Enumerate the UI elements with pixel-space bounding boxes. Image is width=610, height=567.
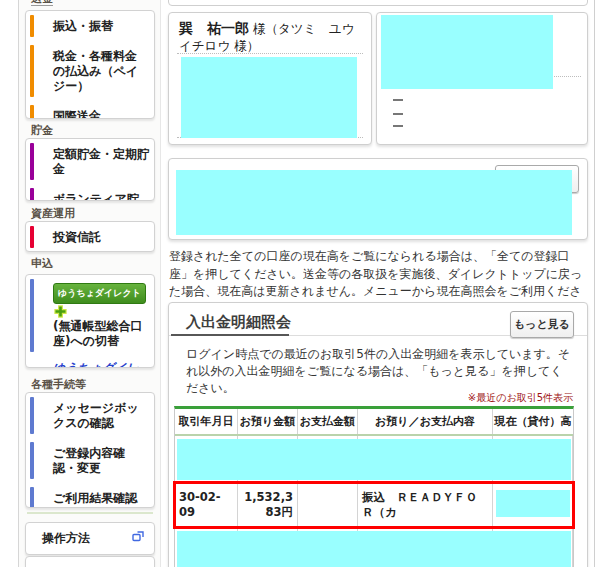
table-row <box>175 436 573 483</box>
accent-bar <box>30 105 34 119</box>
account-summary-box <box>376 12 588 145</box>
statement-section: 入出金明細照会 もっと見る ログイン時点での最近のお取引5件の入出金明細を表示し… <box>168 302 588 567</box>
redaction-box <box>496 490 570 517</box>
dash-placeholder <box>393 125 403 127</box>
dash-placeholder <box>393 113 403 115</box>
redaction-box <box>381 15 553 89</box>
accent-bar <box>30 45 34 97</box>
sidebar-group-shisan: 投資信託 <box>25 221 155 252</box>
accent-bar <box>30 442 34 479</box>
title-rule-accent <box>171 334 289 336</box>
redaction-box <box>177 439 571 480</box>
redaction-box <box>181 57 357 138</box>
dotted-divider <box>177 53 363 54</box>
more-button[interactable]: もっと見る <box>510 311 574 338</box>
accent-bar <box>30 188 34 201</box>
statement-description: ログイン時点での最近のお取引5件の入出金明細を表示しています。それ以外の入出金明… <box>186 346 573 397</box>
sidebar-group-header-soukin: 送金 <box>19 0 160 7</box>
section-title: 入出金明細照会 <box>186 313 291 332</box>
sidebar-item-partial[interactable] <box>25 556 155 567</box>
cell-content: 振込 ＲＥＡＤＹＦＯＲ（カ <box>358 483 493 527</box>
sidebar-group-tetsuzuki: メッセージボックスの確認 ご登録内容確認・変更 ご利用結果確認 <box>25 392 155 508</box>
column-header-content: お預り／お支払内容 <box>358 409 493 434</box>
sidebar-group-header-chokin: 貯金 <box>19 123 160 139</box>
table-row-highlighted: 30-02-09 1,532,383円 振込 ＲＥＡＤＹＦＯＲ（カ <box>175 483 573 528</box>
sidebar-group-chokin: 定額貯金・定期貯金 ボランティア貯金 <box>25 138 155 201</box>
column-header-deposit: お預り金額 <box>238 409 298 434</box>
sidebar-item-touroku-kakunin[interactable]: ご登録内容確認・変更 <box>26 438 154 483</box>
sidebar-item-teigaku-chokin[interactable]: 定額貯金・定期貯金 <box>26 139 154 184</box>
sidebar-item-volunteer-chokin[interactable]: ボランティア貯金 <box>26 184 154 201</box>
statement-note: ※最近のお取引5件表示 <box>468 391 573 405</box>
accent-bar <box>30 226 34 248</box>
customer-name-box: 巽 祐一郎 様（タツミ ユウイチロウ 様） <box>168 12 372 145</box>
accent-bar <box>30 487 34 508</box>
sidebar-item-direct-plus-kirikae[interactable]: ゆうちょダイレクト (無通帳型総合口座)への切替 <box>26 275 154 356</box>
sidebar-group-header-shisan: 資産運用 <box>19 206 160 222</box>
sidebar-item-kokusai-soukin[interactable]: 国際送金 <box>26 101 154 119</box>
cell-withdrawal <box>298 483 358 527</box>
redaction-box <box>177 531 571 567</box>
dash-placeholder <box>393 99 403 101</box>
clipped-box-above <box>168 0 588 6</box>
content-right-border <box>594 0 595 567</box>
sidebar-item-message-box[interactable]: メッセージボックスの確認 <box>26 393 154 438</box>
accent-bar <box>30 397 34 434</box>
external-link-icon <box>132 531 144 542</box>
sidebar-link-about-direct-plus[interactable]: ゆうちょダイレクト＋について <box>26 356 154 368</box>
accent-bar <box>30 279 34 352</box>
column-header-balance: 現在（貸付）高 <box>493 409 573 434</box>
plus-icon <box>54 305 67 318</box>
cell-deposit: 1,532,383円 <box>238 483 298 527</box>
table-header-row: 取引年月日 お預り金額 お支払金額 お預り／お支払内容 現在（貸付）高 <box>175 409 573 436</box>
cell-date: 30-02-09 <box>175 483 238 527</box>
sidebar-item-furikomi[interactable]: 振込・振替 <box>26 11 154 41</box>
accent-bar <box>30 143 34 180</box>
redaction-box <box>176 170 572 235</box>
sidebar-group-soukin: 振込・振替 税金・各種料金の払込み（ペイジー） 国際送金 <box>25 10 155 119</box>
accent-bar <box>30 15 34 37</box>
sidebar-item-toushi-shintaku[interactable]: 投資信託 <box>26 222 154 252</box>
sidebar-group-header-moushikomi: 申込 <box>19 256 160 272</box>
divider <box>27 512 153 514</box>
yucho-direct-badge: ゆうちょダイレクト <box>53 283 146 304</box>
column-header-date: 取引年月日 <box>175 409 238 434</box>
transactions-table: 取引年月日 お預り金額 お支払金額 お預り／お支払内容 現在（貸付）高 30-0… <box>174 406 574 567</box>
sidebar-item-how-to[interactable]: 操作方法 <box>25 522 155 555</box>
customer-name: 巽 祐一郎 様（タツミ ユウイチロウ 様） <box>169 13 371 54</box>
balance-section <box>168 158 588 240</box>
table-row <box>175 528 573 567</box>
column-header-withdrawal: お支払金額 <box>298 409 358 434</box>
sidebar-group-header-tetsuzuki: 各種手続等 <box>19 377 160 393</box>
sidebar: 送金 振込・振替 税金・各種料金の払込み（ペイジー） 国際送金 貯金 定額貯金・… <box>18 0 161 567</box>
sidebar-item-zeikin-payjee[interactable]: 税金・各種料金の払込み（ペイジー） <box>26 41 154 101</box>
cell-balance <box>493 483 573 527</box>
sidebar-item-riyou-kekka[interactable]: ご利用結果確認 <box>26 483 154 508</box>
page: 送金 振込・振替 税金・各種料金の払込み（ペイジー） 国際送金 貯金 定額貯金・… <box>0 0 610 567</box>
sidebar-group-moushikomi: ゆうちょダイレクト (無通帳型総合口座)への切替 ゆうちょダイレクト＋について <box>25 274 155 368</box>
